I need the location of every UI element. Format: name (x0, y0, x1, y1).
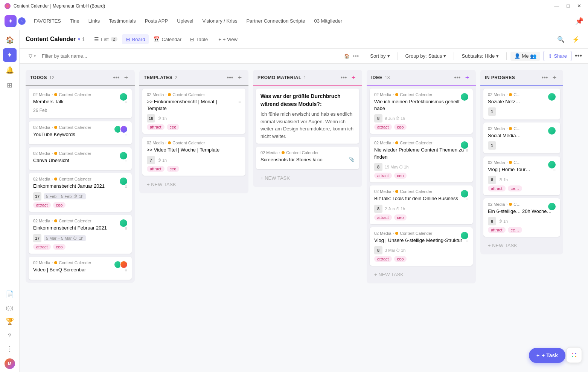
avatar-2 (120, 125, 128, 133)
tag-ceo: ceo (394, 214, 407, 220)
add-view-button[interactable]: + + View (215, 35, 241, 44)
col-todos-count: 12 (49, 75, 54, 80)
card-einkommensbericht-template[interactable]: 02 Media › Content Calender >> Einkommen… (142, 89, 245, 134)
new-task-templates[interactable]: + NEW TASK (142, 179, 245, 190)
sidebar-item-pulse[interactable]: ((·)) (3, 301, 17, 315)
search-button[interactable]: 🔍 (555, 33, 567, 45)
col-todos-add[interactable]: + (122, 73, 130, 82)
col-templates-count: 2 (175, 75, 177, 80)
card-title: Social Media… (488, 132, 556, 139)
card-durchbruch[interactable]: Was war der größte Durchbruch wärend die… (256, 89, 359, 144)
col-promo-menu[interactable]: ••• (340, 73, 348, 82)
card-footer: 7 ⏱ 1h (147, 156, 241, 164)
new-task-inprog[interactable]: + NEW TASK (483, 240, 560, 251)
col-inprog-add[interactable]: + (550, 73, 559, 82)
card-social-media[interactable]: 02 Media › C… Social Media… 1 (483, 122, 560, 153)
sidebar-item-notifications[interactable]: 🔔 (3, 63, 17, 77)
fab-options-button[interactable] (566, 347, 582, 363)
sidebar-item-more[interactable]: ⋮ (3, 342, 17, 355)
card-screenshots-stories[interactable]: 02 Media › Content Calender Screenshots … (256, 147, 359, 169)
status-dot (509, 127, 512, 130)
sidebar-item-docs[interactable]: 📄 (3, 288, 17, 301)
nav-links[interactable]: Links (85, 16, 104, 26)
card-einkommensbericht-feb[interactable]: 02 Media › Content Calender Einkommensbe… (29, 215, 132, 254)
breadcrumb-dots[interactable]: ••• (353, 53, 359, 60)
card-perfektionismus[interactable]: 02 Media › Content Calender Wie ich mein… (370, 89, 473, 134)
nav-visionary[interactable]: Visionary / Kriss (198, 16, 241, 26)
user-avatar[interactable]: M (5, 358, 15, 369)
subtask-badge: 1 (488, 141, 496, 150)
col-promo-add[interactable]: + (349, 73, 358, 82)
tab-calendar[interactable]: 📅 Calendar (149, 34, 185, 44)
new-task-promo[interactable]: + NEW TASK (256, 172, 359, 184)
nav-tine[interactable]: Tine (66, 16, 83, 26)
nav-favorites[interactable]: FAVORITES (30, 16, 65, 26)
minimize-button[interactable]: — (552, 2, 561, 9)
subtask-button[interactable]: Subtasks: Hide ▾ (458, 52, 503, 60)
nav-uplevel[interactable]: Uplevel (173, 16, 197, 26)
time-icon: ⏱ (396, 248, 400, 253)
me-filter-button[interactable]: 👤 Me 👥 (510, 52, 540, 61)
lightning-button[interactable]: ⚡ (570, 33, 582, 45)
sidebar-item-clickup[interactable]: ✦ (3, 48, 17, 62)
sort-by-label: Sort by (370, 53, 385, 59)
col-idee-add[interactable]: + (463, 73, 471, 82)
card-title: BizTalk: Tools für dein Online Business … (374, 195, 468, 202)
sidebar-item-dashboard[interactable]: ⊞ (3, 78, 17, 92)
card-video-titel-template[interactable]: 02 Media › Content Calender >> Video Tit… (142, 137, 245, 175)
sidebar-item-home[interactable]: 🏠 (3, 33, 17, 47)
plus-icon: + (536, 352, 539, 358)
sidebar-item-help[interactable]: ? (3, 328, 17, 342)
filter-button[interactable]: ▽ ▾ (26, 52, 39, 60)
card-content-themen[interactable]: 02 Media › Content Calender Nie wieder P… (370, 137, 473, 182)
nav-testimonials[interactable]: Testimonials (105, 16, 140, 26)
card-footer: 1 (488, 107, 556, 116)
filter-input[interactable] (42, 53, 117, 59)
nav-posts-app[interactable]: Posts APP (141, 16, 172, 26)
card-meeting-struktur[interactable]: 02 Media › Content Calender Vlog | Unser… (370, 227, 473, 266)
col-templates-menu[interactable]: ••• (226, 73, 234, 82)
subtask-badge: 8 (374, 163, 382, 171)
group-by-button[interactable]: Group by: Status ▾ (402, 52, 450, 60)
tab-board[interactable]: ⊞ Board (122, 34, 149, 44)
subtask-badge: 8 (374, 205, 382, 213)
card-members-talk[interactable]: 02 Media › Content Calender Members Talk… (29, 89, 132, 118)
new-task-idee[interactable]: + NEW TASK (370, 269, 473, 280)
nav-mitglieder[interactable]: 03 Mitglieder (311, 16, 346, 26)
nav-partner[interactable]: Partner Connection Scripte (242, 16, 309, 26)
more-options-button[interactable]: ••• (575, 52, 582, 60)
card-title: Vlog | Home Tour… ≡ (488, 166, 556, 173)
card-biztalk-tools[interactable]: 02 Media › Content Calender BizTalk: Too… (370, 185, 473, 224)
card-title: >> Video Titel | Woche | Template (147, 147, 241, 153)
sidebar-item-goals[interactable]: 🏆 (3, 315, 17, 328)
maximize-button[interactable]: □ (564, 2, 572, 9)
toolbar-right: 🏠 ••• Sort by ▾ Group by: Status ▾ Subta… (344, 51, 582, 61)
space-info-icon[interactable]: ℹ (82, 37, 84, 42)
col-todos-menu[interactable]: ••• (112, 73, 120, 82)
tab-list[interactable]: ☰ List 2 (90, 34, 121, 44)
card-youtube-keywords[interactable]: 02 Media › Content Calender YouTube Keyw… (29, 121, 132, 144)
card-avatars (114, 260, 128, 269)
share-button[interactable]: ⇧ Share (543, 51, 572, 61)
card-6-stellige-woche[interactable]: 02 Media › C… Ein 6-stellige… 20h Woche…… (483, 198, 560, 237)
add-task-fab[interactable]: + + Task (529, 348, 565, 363)
title-dropdown-arrow[interactable]: ▾ (78, 37, 80, 42)
tab-table[interactable]: ⊟ Table (186, 34, 212, 44)
col-inprog-menu[interactable]: ••• (541, 73, 549, 82)
status-dot (168, 93, 171, 96)
card-avatar (460, 231, 469, 240)
tag-attract: attract (374, 173, 392, 179)
svg-point-0 (572, 353, 573, 354)
col-idee-menu[interactable]: ••• (453, 73, 462, 82)
col-templates-add[interactable]: + (236, 73, 244, 82)
card-vlog-home-tour[interactable]: 02 Media › C… Vlog | Home Tour… ≡ 8 ⏱ 1h (483, 156, 560, 195)
time-icon: ⏱ (157, 116, 161, 121)
expand-button[interactable]: › (18, 17, 26, 25)
card-soziale-netz[interactable]: 02 Media › C… Soziale Netz… 1 (483, 89, 560, 119)
sort-by-button[interactable]: Sort by ▾ (366, 52, 393, 60)
card-canva-ubersicht[interactable]: 02 Media › Content Calender Canva Übersi… (29, 147, 132, 170)
close-button[interactable]: ✕ (575, 2, 583, 9)
card-benq-screenbar[interactable]: 02 Media › Content Calender Video | BenQ… (29, 257, 132, 280)
card-einkommensbericht-jan[interactable]: 02 Media › Content Calender Einkommensbe… (29, 173, 132, 212)
card-title: Vlog | Unsere 6-stellige Meeting-Struktu… (374, 237, 468, 244)
